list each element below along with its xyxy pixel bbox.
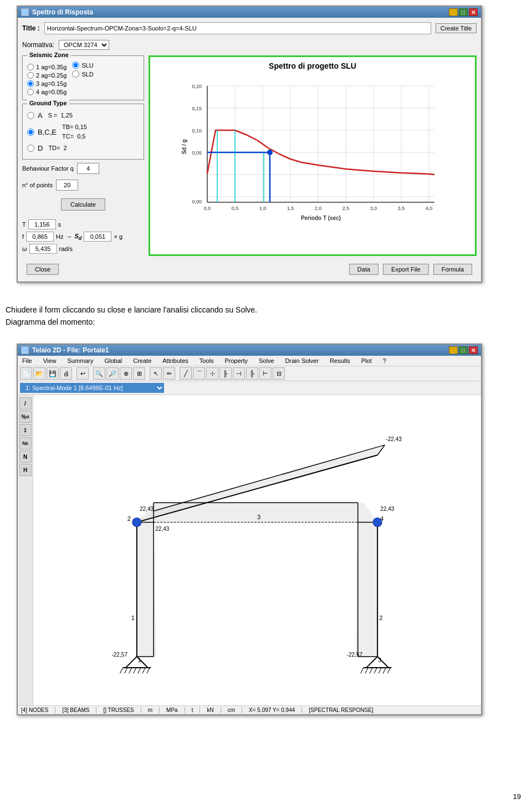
spectral-mode-select[interactable]: 1: Spectral-Mode 1 [8.6488E-01 Hz] (20, 383, 164, 393)
omega-input[interactable] (29, 244, 57, 254)
toolbar-zoom-all[interactable]: ⊞ (133, 367, 145, 380)
slu-radio[interactable] (72, 62, 79, 69)
calculate-button[interactable]: Calculate (61, 198, 105, 211)
minimize-button[interactable]: _ (449, 8, 458, 16)
toolbar-new[interactable]: 📄 (20, 367, 32, 380)
toolbar-select[interactable]: ↖ (150, 367, 162, 380)
spectrum-chart: 0,20 0,15 0,10 0,05 0,00 0,0 0,5 1,0 1,5… (155, 75, 470, 230)
svg-text:4: 4 (380, 515, 383, 522)
menu-file[interactable]: File (20, 357, 34, 365)
seismic-inner: 1 ag=0.35g 2 ag=0.25g 3 ag=0.15g (27, 62, 139, 95)
tool-dagger[interactable]: ‡ (19, 424, 32, 436)
window-telaio: Telaio 2D - File: Portale1 _ □ ✕ File Vi… (17, 344, 482, 715)
ground-a-radio[interactable] (27, 112, 34, 119)
structure-svg: 2 4 3 1 2 -22,43 22,43 22,43 22,43 -2 (33, 395, 481, 705)
f-unit: Hz (56, 233, 63, 240)
telaio-statusbar: [4] NODES [3] BEAMS [] TRUSSES m MPa t k… (18, 705, 481, 714)
close-button-spettro[interactable]: ✕ (469, 8, 478, 16)
toolbar-line[interactable]: ╱ (180, 367, 192, 380)
tool-h[interactable]: H (19, 464, 32, 476)
svg-text:2,0: 2,0 (315, 206, 322, 211)
svg-text:1: 1 (131, 615, 135, 621)
zone-2-radio[interactable] (27, 72, 34, 79)
maximize-button[interactable]: □ (459, 8, 468, 16)
toolbar-draw[interactable]: ✏ (163, 367, 175, 380)
sld-radio[interactable] (72, 70, 79, 78)
svg-text:22,43: 22,43 (380, 506, 395, 512)
menu-results[interactable]: Results (328, 357, 352, 365)
toolbar-arc[interactable]: ⌒ (193, 367, 205, 380)
ground-d-params: TD= 2 (48, 144, 66, 153)
window-icon (21, 8, 29, 16)
menu-view[interactable]: View (41, 357, 59, 365)
export-button[interactable]: Export File (383, 264, 429, 275)
nodes-status: [4] NODES (21, 707, 55, 713)
page-number: 19 (513, 792, 521, 801)
behaviour-factor-input[interactable] (77, 163, 99, 174)
toolbar-save[interactable]: 💾 (47, 367, 59, 380)
menu-solve[interactable]: Solve (257, 357, 277, 365)
close-button[interactable]: Close (27, 264, 59, 275)
tool-n[interactable]: N (19, 450, 32, 463)
telaio-window-title: Telaio 2D - File: Portale1 (32, 346, 109, 354)
menu-plot[interactable]: Plot (359, 357, 374, 365)
normativa-label: Normativa: (22, 41, 54, 49)
f-label: f (22, 233, 24, 240)
menu-summary[interactable]: Summary (65, 357, 95, 365)
create-title-button[interactable]: Create Title (436, 23, 477, 33)
toolbar-open[interactable]: 📂 (33, 367, 45, 380)
zone-1-radio[interactable] (27, 64, 34, 70)
menu-drain-solver[interactable]: Drain Solver (283, 357, 321, 365)
text-section: Chiudere il form cliccando su close e la… (6, 304, 257, 329)
t-input[interactable] (28, 219, 56, 229)
ground-bce-radio[interactable] (27, 129, 34, 136)
svg-text:2: 2 (379, 615, 382, 621)
main-content: Seismic Zone 1 ag=0.35g 2 ag=0.25g (22, 55, 477, 256)
svg-text:0,15: 0,15 (192, 106, 202, 111)
telaio-close-button[interactable]: ✕ (469, 346, 478, 354)
toolbar-print[interactable]: 🖨 (60, 367, 72, 380)
menu-property[interactable]: Property (222, 357, 250, 365)
toolbar-support[interactable]: ╠ (246, 367, 258, 380)
telaio-minimize-button[interactable]: _ (449, 346, 458, 354)
result-section: T s f Hz → Sd × g ω (22, 219, 144, 256)
zone-4-radio[interactable] (27, 89, 34, 95)
toolbar-undo[interactable]: ↩ (76, 367, 89, 380)
normativa-select[interactable]: OPCM 3274 (59, 40, 109, 50)
toolbar-hinge[interactable]: ⊣ (233, 367, 245, 380)
toolbar-beam[interactable]: ╟ (219, 367, 232, 380)
chart-area: 0,20 0,15 0,10 0,05 0,00 0,0 0,5 1,0 1,5… (155, 75, 470, 250)
n-of-points-input[interactable] (56, 180, 78, 191)
menu-create[interactable]: Create (131, 357, 154, 365)
data-button[interactable]: Data (349, 264, 378, 275)
ground-d-radio[interactable] (27, 145, 34, 152)
menu-help[interactable]: ? (381, 357, 388, 365)
menu-tools[interactable]: Tools (197, 357, 216, 365)
svg-line-65 (129, 668, 132, 673)
svg-text:Periodo T (sec): Periodo T (sec) (301, 215, 341, 221)
menu-attributes[interactable]: Attributes (160, 357, 190, 365)
f-input[interactable] (26, 232, 54, 242)
tool-percent[interactable]: %o (19, 411, 32, 423)
toolbar-zoom-out[interactable]: 🔎 (106, 367, 119, 380)
formula-button[interactable]: Formula (433, 264, 472, 275)
title-row: Title : Create Title (22, 22, 477, 34)
tool-diagonal[interactable]: / (19, 397, 32, 409)
window-spettro: Spettro di Risposta _ □ ✕ Title : Create… (17, 6, 482, 283)
sd-input[interactable] (84, 232, 111, 242)
zone-3-label: 3 ag=0.15g (36, 80, 66, 87)
zone-1-item: 1 ag=0.35g (27, 64, 66, 70)
zone-3-radio[interactable] (27, 80, 34, 87)
telaio-maximize-button[interactable]: □ (459, 346, 468, 354)
toolbar-load[interactable]: ⊢ (259, 367, 272, 380)
svg-text:-22,43: -22,43 (386, 436, 402, 442)
t-label: T (22, 221, 26, 228)
menu-global[interactable]: Global (102, 357, 124, 365)
toolbar-zoom-fit[interactable]: ⊕ (120, 367, 132, 380)
omega-result-row: ω rad/s (22, 244, 144, 254)
tool-n0[interactable]: N0 (19, 437, 32, 449)
toolbar-grid[interactable]: ⊟ (273, 367, 285, 380)
toolbar-node[interactable]: ⊹ (206, 367, 218, 380)
toolbar-zoom-in[interactable]: 🔍 (93, 367, 105, 380)
title-input[interactable] (44, 22, 431, 34)
